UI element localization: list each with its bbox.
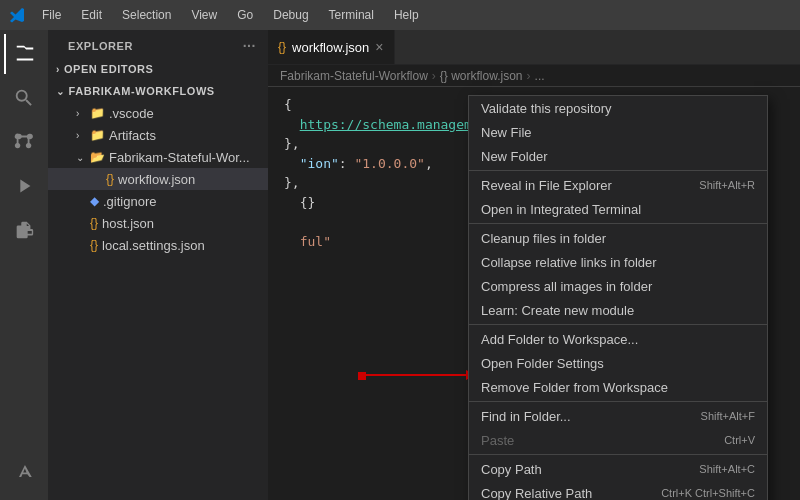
file-tree: › Open Editors ⌄ Fabrikam-Workflows › 📁 … — [48, 58, 268, 500]
source-control-activity-icon[interactable] — [4, 122, 44, 162]
vscode-folder-label: .vscode — [109, 106, 154, 121]
workflow-json-label: workflow.json — [118, 172, 195, 187]
open-editors-section[interactable]: › Open Editors — [48, 58, 268, 80]
ctx-sep-1 — [469, 170, 767, 171]
workflow-json-item[interactable]: {} workflow.json — [48, 168, 268, 190]
ctx-find-folder[interactable]: Find in Folder... Shift+Alt+F — [469, 404, 767, 428]
menu-go[interactable]: Go — [229, 6, 261, 24]
host-json-icon: {} — [90, 216, 98, 230]
ctx-copy-rel-shortcut: Ctrl+K Ctrl+Shift+C — [661, 487, 755, 499]
ctx-new-file-label: New File — [481, 125, 532, 140]
ctx-copy-path-label: Copy Path — [481, 462, 542, 477]
ctx-copy-rel-path-label: Copy Relative Path — [481, 486, 592, 501]
breadcrumb-sep-2: › — [527, 69, 531, 83]
main-layout: Explorer ··· › Open Editors ⌄ Fabrikam-W… — [0, 30, 800, 500]
open-editors-label: Open Editors — [64, 63, 154, 75]
extensions-activity-icon[interactable] — [4, 210, 44, 250]
gitignore-item[interactable]: ◆ .gitignore — [48, 190, 268, 212]
activity-bar — [0, 30, 48, 500]
host-json-item[interactable]: {} host.json — [48, 212, 268, 234]
context-menu: Validate this repository New File New Fo… — [468, 95, 768, 500]
tab-label: workflow.json — [292, 40, 369, 55]
ctx-new-folder[interactable]: New Folder — [469, 144, 767, 168]
menu-bar: File Edit Selection View Go Debug Termin… — [34, 6, 427, 24]
breadcrumb-part-3: ... — [535, 69, 545, 83]
ctx-remove-folder[interactable]: Remove Folder from Workspace — [469, 375, 767, 399]
title-bar: File Edit Selection View Go Debug Termin… — [0, 0, 800, 30]
ctx-new-folder-label: New Folder — [481, 149, 547, 164]
menu-view[interactable]: View — [183, 6, 225, 24]
ctx-find-folder-label: Find in Folder... — [481, 409, 571, 424]
ctx-add-folder[interactable]: Add Folder to Workspace... — [469, 327, 767, 351]
menu-file[interactable]: File — [34, 6, 69, 24]
folder-icon-artifacts: 📁 — [90, 128, 105, 142]
local-settings-item[interactable]: {} local.settings.json — [48, 234, 268, 256]
ctx-sep-5 — [469, 454, 767, 455]
fabrikam-workflows-section[interactable]: ⌄ Fabrikam-Workflows — [48, 80, 268, 102]
fabrikam-workflows-label: Fabrikam-Workflows — [69, 85, 215, 97]
ctx-copy-path[interactable]: Copy Path Shift+Alt+C — [469, 457, 767, 481]
activity-bar-bottom — [4, 452, 44, 500]
ctx-add-folder-label: Add Folder to Workspace... — [481, 332, 638, 347]
ctx-reveal[interactable]: Reveal in File Explorer Shift+Alt+R — [469, 173, 767, 197]
vscode-folder-item[interactable]: › 📁 .vscode — [48, 102, 268, 124]
ctx-paste-shortcut: Ctrl+V — [724, 434, 755, 446]
editor-area: {} workflow.json × Fabrikam-Stateful-Wor… — [268, 30, 800, 500]
sidebar-header: Explorer ··· — [48, 30, 268, 58]
local-settings-icon: {} — [90, 238, 98, 252]
breadcrumb-part-1[interactable]: Fabrikam-Stateful-Workflow — [280, 69, 428, 83]
azure-activity-icon[interactable] — [4, 452, 44, 492]
folder-arrow-artifacts: › — [76, 130, 90, 141]
ctx-learn[interactable]: Learn: Create new module — [469, 298, 767, 322]
tab-bar: {} workflow.json × — [268, 30, 800, 65]
ctx-collapse[interactable]: Collapse relative links in folder — [469, 250, 767, 274]
fabrikam-stateful-label: Fabrikam-Stateful-Wor... — [109, 150, 250, 165]
ctx-validate[interactable]: Validate this repository — [469, 96, 767, 120]
ctx-validate-label: Validate this repository — [481, 101, 612, 116]
folder-arrow-stateful: ⌄ — [76, 152, 90, 163]
folder-icon: 📁 — [90, 106, 105, 120]
ctx-remove-folder-label: Remove Folder from Workspace — [481, 380, 668, 395]
search-activity-icon[interactable] — [4, 78, 44, 118]
host-json-label: host.json — [102, 216, 154, 231]
ctx-reveal-label: Reveal in File Explorer — [481, 178, 612, 193]
ctx-paste: Paste Ctrl+V — [469, 428, 767, 452]
ctx-new-file[interactable]: New File — [469, 120, 767, 144]
workflow-json-tab[interactable]: {} workflow.json × — [268, 30, 395, 64]
explorer-activity-icon[interactable] — [4, 34, 44, 74]
breadcrumb-sep-1: › — [432, 69, 436, 83]
ctx-learn-label: Learn: Create new module — [481, 303, 634, 318]
sidebar-title: Explorer — [68, 40, 133, 52]
vscode-logo — [10, 7, 26, 23]
ctx-compress[interactable]: Compress all images in folder — [469, 274, 767, 298]
ctx-reveal-shortcut: Shift+Alt+R — [699, 179, 755, 191]
ctx-folder-settings[interactable]: Open Folder Settings — [469, 351, 767, 375]
menu-selection[interactable]: Selection — [114, 6, 179, 24]
sidebar: Explorer ··· › Open Editors ⌄ Fabrikam-W… — [48, 30, 268, 500]
gitignore-label: .gitignore — [103, 194, 156, 209]
ctx-open-terminal[interactable]: Open in Integrated Terminal — [469, 197, 767, 221]
ctx-copy-rel-path[interactable]: Copy Relative Path Ctrl+K Ctrl+Shift+C — [469, 481, 767, 500]
tab-json-icon: {} — [278, 40, 286, 54]
menu-terminal[interactable]: Terminal — [321, 6, 382, 24]
menu-edit[interactable]: Edit — [73, 6, 110, 24]
ctx-paste-label: Paste — [481, 433, 514, 448]
sidebar-more-button[interactable]: ··· — [243, 38, 256, 54]
run-activity-icon[interactable] — [4, 166, 44, 206]
ctx-find-shortcut: Shift+Alt+F — [701, 410, 755, 422]
local-settings-label: local.settings.json — [102, 238, 205, 253]
folder-icon-stateful: 📂 — [90, 150, 105, 164]
menu-help[interactable]: Help — [386, 6, 427, 24]
artifacts-folder-item[interactable]: › 📁 Artifacts — [48, 124, 268, 146]
fabrikam-stateful-folder-item[interactable]: ⌄ 📂 Fabrikam-Stateful-Wor... — [48, 146, 268, 168]
breadcrumb-part-2[interactable]: {} workflow.json — [440, 69, 523, 83]
folder-arrow: › — [76, 108, 90, 119]
json-file-icon: {} — [106, 172, 114, 186]
ctx-cleanup-label: Cleanup files in folder — [481, 231, 606, 246]
menu-debug[interactable]: Debug — [265, 6, 316, 24]
artifacts-folder-label: Artifacts — [109, 128, 156, 143]
ctx-compress-label: Compress all images in folder — [481, 279, 652, 294]
tab-close-button[interactable]: × — [375, 40, 383, 54]
ctx-open-terminal-label: Open in Integrated Terminal — [481, 202, 641, 217]
ctx-cleanup[interactable]: Cleanup files in folder — [469, 226, 767, 250]
